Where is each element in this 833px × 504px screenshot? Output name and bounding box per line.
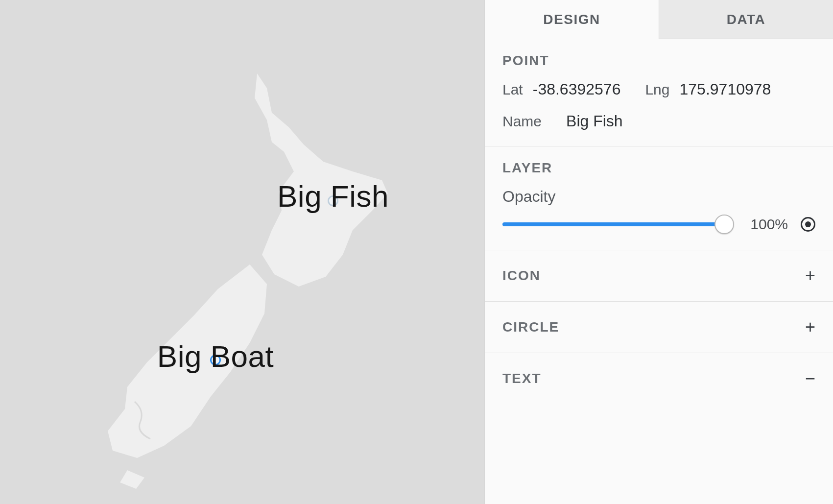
inspector-panel: DESIGN DATA POINT Lat -38.6392576 Lng 17… xyxy=(484,0,833,504)
lng-value[interactable]: 175.9710978 xyxy=(680,80,771,98)
name-label: Name xyxy=(502,113,542,130)
name-value[interactable]: Big Fish xyxy=(566,112,623,130)
lat-label: Lat xyxy=(502,81,523,98)
map-landmass xyxy=(0,0,484,504)
section-layer: LAYER Opacity 100% xyxy=(485,146,833,250)
map-label-big-boat: Big Boat xyxy=(157,339,274,374)
section-point-title: POINT xyxy=(502,53,815,69)
section-point: POINT Lat -38.6392576 Lng 175.9710978 Na… xyxy=(485,39,833,146)
accordion-icon[interactable]: ICON + xyxy=(485,250,833,302)
opacity-slider-thumb[interactable] xyxy=(714,215,734,234)
lng-label: Lng xyxy=(645,81,669,98)
panel-tabs: DESIGN DATA xyxy=(485,0,833,39)
plus-icon: + xyxy=(805,267,815,285)
lat-value[interactable]: -38.6392576 xyxy=(533,80,621,98)
opacity-slider-track xyxy=(502,222,731,226)
tab-data[interactable]: DATA xyxy=(659,0,833,39)
map-canvas[interactable]: Big Fish Big Boat xyxy=(0,0,484,504)
opacity-value: 100% xyxy=(744,216,788,233)
map-label-big-fish: Big Fish xyxy=(277,179,389,214)
section-layer-title: LAYER xyxy=(502,160,815,176)
accordion-circle[interactable]: CIRCLE + xyxy=(485,302,833,353)
accordion-circle-title: CIRCLE xyxy=(502,319,559,335)
visibility-toggle-icon[interactable] xyxy=(801,217,815,232)
accordion-icon-title: ICON xyxy=(502,268,541,284)
accordion-text-title: TEXT xyxy=(502,371,542,386)
opacity-slider[interactable] xyxy=(502,215,731,234)
minus-icon: − xyxy=(805,370,815,387)
point-latlng-row: Lat -38.6392576 Lng 175.9710978 xyxy=(502,80,815,98)
accordion-text[interactable]: TEXT − xyxy=(485,353,833,404)
tab-design[interactable]: DESIGN xyxy=(485,0,659,39)
opacity-label: Opacity xyxy=(502,188,815,206)
plus-icon: + xyxy=(805,318,815,336)
point-name-row: Name Big Fish xyxy=(502,112,815,130)
